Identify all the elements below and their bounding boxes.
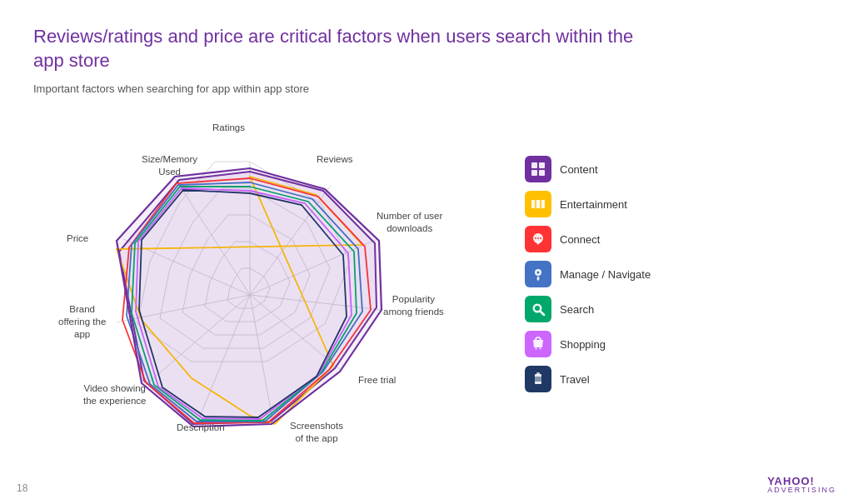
page-subtitle: Important factors when searching for app… <box>33 82 820 95</box>
label-ratings: Ratings <box>212 122 245 134</box>
legend-label-travel: Travel <box>560 373 590 386</box>
svg-point-41 <box>536 348 537 350</box>
label-reviews: Reviews <box>317 153 352 166</box>
legend-icon-entertainment <box>525 191 551 217</box>
svg-point-37 <box>537 272 540 274</box>
svg-point-34 <box>537 237 539 239</box>
label-brand: Brandoffering theapp <box>58 303 106 341</box>
svg-marker-23 <box>117 168 382 427</box>
label-screenshots: Screenshotsof the app <box>290 420 343 445</box>
page-number: 18 <box>17 482 27 494</box>
legend-label-shopping: Shopping <box>560 338 606 351</box>
svg-point-33 <box>535 237 536 239</box>
svg-rect-24 <box>531 162 537 168</box>
legend-label-manage: Manage / Navigate <box>560 268 651 281</box>
legend-item-travel: Travel <box>525 366 651 392</box>
legend-label-content: Content <box>560 163 598 176</box>
svg-rect-26 <box>531 170 537 176</box>
legend-item-search: Search <box>525 296 651 322</box>
legend-item-shopping: Shopping <box>525 331 651 357</box>
svg-rect-27 <box>539 170 545 176</box>
legend-icon-manage <box>525 261 551 287</box>
legend-label-connect: Connect <box>560 233 600 246</box>
legend-item-manage: Manage / Navigate <box>525 261 651 287</box>
legend-item-connect: Connect <box>525 226 651 252</box>
legend-label-search: Search <box>560 303 594 316</box>
legend-area: Content Entertainment Connect <box>525 156 651 392</box>
label-price: Price <box>67 232 88 245</box>
legend-icon-travel <box>525 366 551 392</box>
svg-rect-44 <box>536 372 540 375</box>
legend-item-entertainment: Entertainment <box>525 191 651 217</box>
label-description: Description <box>177 422 225 434</box>
label-downloads: Number of userdownloads <box>377 210 442 235</box>
page-title: Reviews/ratings and price are critical f… <box>33 25 658 72</box>
svg-rect-25 <box>539 162 545 168</box>
label-video: Video showingthe experience <box>83 382 146 407</box>
svg-rect-28 <box>531 200 545 208</box>
label-size: Size/MemoryUsed <box>142 153 197 178</box>
legend-item-content: Content <box>525 156 651 182</box>
legend-icon-shopping <box>525 331 551 357</box>
svg-point-39 <box>535 306 540 311</box>
legend-icon-content <box>525 156 551 182</box>
radar-chart: .axis-line { stroke: #ccc; stroke-width:… <box>33 103 500 462</box>
legend-icon-connect <box>525 226 551 252</box>
svg-marker-32 <box>536 242 541 245</box>
slide: Reviews/ratings and price are critical f… <box>0 0 853 504</box>
svg-point-35 <box>540 237 541 239</box>
label-popularity: Popularityamong friends <box>383 293 444 318</box>
legend-icon-search <box>525 296 551 322</box>
legend-label-entertainment: Entertainment <box>560 198 627 211</box>
chart-area: .axis-line { stroke: #ccc; stroke-width:… <box>33 103 820 462</box>
label-free-trial: Free trial <box>358 374 396 387</box>
yahoo-logo: YAHOO! ADVERTISING <box>767 475 836 494</box>
svg-line-40 <box>541 312 544 315</box>
svg-point-42 <box>540 348 541 350</box>
